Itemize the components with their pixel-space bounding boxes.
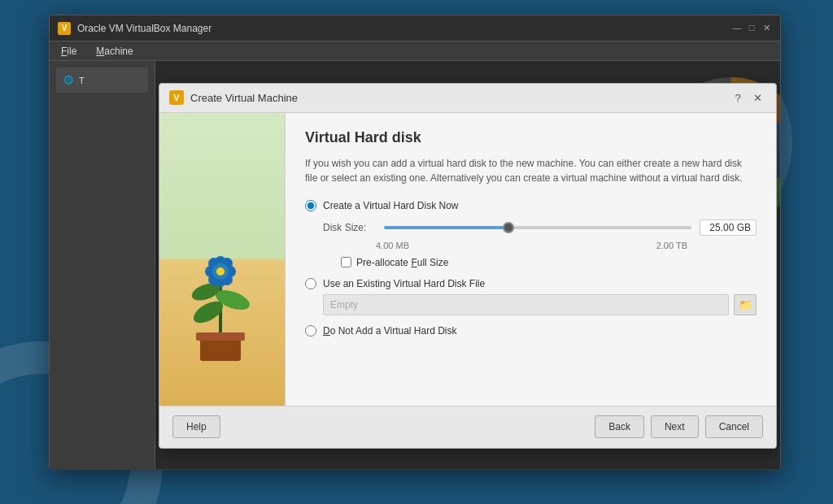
close-button[interactable]: ✕ [761, 23, 772, 34]
radio-text-existing: Use an Existing Virtual Hard Disk File [323, 278, 485, 289]
radio-label-existing[interactable]: Use an Existing Virtual Hard Disk File [305, 278, 757, 289]
existing-disk-dropdown[interactable]: Empty [323, 294, 729, 315]
min-size-label: 4.00 MB [376, 241, 409, 250]
svg-point-16 [216, 267, 225, 276]
preallocate-checkbox[interactable] [341, 257, 351, 267]
radio-input-existing[interactable] [305, 278, 316, 289]
browse-disk-button[interactable]: 📁 [734, 294, 757, 315]
vbox-title: Oracle VM VirtualBox Manager [77, 23, 731, 34]
section-title: Virtual Hard disk [305, 129, 757, 146]
dialog-body: Virtual Hard disk If you wish you can ad… [159, 113, 776, 406]
radio-input-create[interactable] [305, 200, 316, 211]
illustration-panel [159, 113, 286, 406]
footer-right: Back Next Cancel [595, 415, 763, 438]
description-text: If you wish you can add a virtual hard d… [305, 156, 757, 185]
radio-label-create[interactable]: Create a Virtual Hard Disk Now [305, 200, 757, 211]
tools-icon: ⚙ [63, 72, 74, 88]
plant-illustration [172, 231, 269, 361]
svg-rect-1 [196, 332, 245, 341]
vbox-app-icon: V [58, 22, 71, 35]
size-range: 4.00 MB 2.00 TB [323, 241, 757, 250]
disk-size-label: Disk Size: [323, 222, 376, 233]
sidebar: ⚙ T [50, 61, 155, 470]
sidebar-label: T [79, 76, 85, 85]
back-button[interactable]: Back [595, 415, 644, 438]
radio-input-nodisk[interactable] [305, 325, 316, 337]
radio-text-create: Create a Virtual Hard Disk Now [323, 200, 459, 211]
disk-size-value: 25.00 GB [700, 219, 757, 236]
dialog-footer: Help Back Next Cancel [159, 406, 776, 448]
dialog-overlay: V Create Virtual Machine ? ✕ [155, 61, 780, 470]
vbox-manager-window: V Oracle VM VirtualBox Manager — □ ✕ Fil… [49, 15, 781, 470]
radio-option-create: Create a Virtual Hard Disk Now Disk Size… [305, 200, 757, 268]
radio-group: Create a Virtual Hard Disk Now Disk Size… [305, 200, 757, 337]
maximize-button[interactable]: □ [746, 23, 757, 34]
vbox-titlebar: V Oracle VM VirtualBox Manager — □ ✕ [50, 15, 780, 41]
dialog-title: Create Virtual Machine [190, 92, 729, 104]
window-controls: — □ ✕ [731, 23, 772, 34]
disk-size-slider[interactable] [384, 226, 691, 229]
menu-file[interactable]: File [56, 44, 81, 59]
help-label: Help [186, 421, 207, 432]
help-button[interactable]: Help [172, 415, 220, 438]
slider-container [384, 219, 691, 236]
next-button[interactable]: Next [651, 415, 699, 438]
radio-option-nodisk[interactable]: Do Not Add a Virtual Hard Disk [305, 325, 757, 337]
sidebar-tools-item[interactable]: ⚙ T [56, 67, 148, 93]
content-panel: Virtual Hard disk If you wish you can ad… [286, 113, 776, 406]
disk-size-row: Disk Size: 25.00 GB [323, 219, 757, 236]
dialog-titlebar: V Create Virtual Machine ? ✕ [159, 84, 776, 113]
disk-size-section: Disk Size: 25.00 GB 4.00 MB [323, 219, 757, 268]
dialog-close-button[interactable]: ✕ [748, 89, 766, 106]
minimize-button[interactable]: — [731, 23, 743, 34]
dialog-help-button[interactable]: ? [729, 89, 747, 106]
cancel-button[interactable]: Cancel [705, 415, 763, 438]
radio-text-nodisk: Do Not Add a Virtual Hard Disk [323, 325, 457, 337]
preallocate-label[interactable]: Pre-allocate Full Size [356, 257, 448, 268]
max-size-label: 2.00 TB [656, 241, 687, 250]
create-vm-dialog: V Create Virtual Machine ? ✕ [159, 83, 777, 449]
radio-option-existing: Use an Existing Virtual Hard Disk File E… [305, 278, 757, 315]
next-label: Next [665, 421, 685, 432]
dialog-controls: ? ✕ [729, 89, 766, 106]
folder-icon: 📁 [739, 298, 752, 311]
menu-machine[interactable]: Machine [91, 44, 137, 59]
dropdown-row: Empty 📁 [323, 294, 757, 315]
dialog-app-icon: V [169, 90, 184, 105]
main-area: ⚙ T V Create Virtual Machine ? ✕ [50, 61, 780, 470]
back-label: Back [608, 421, 630, 432]
menu-bar: File Machine [50, 41, 780, 61]
preallocate-row: Pre-allocate Full Size [341, 257, 757, 268]
right-content: V Create Virtual Machine ? ✕ [155, 61, 780, 470]
cancel-label: Cancel [719, 421, 749, 432]
footer-left: Help [172, 415, 220, 438]
